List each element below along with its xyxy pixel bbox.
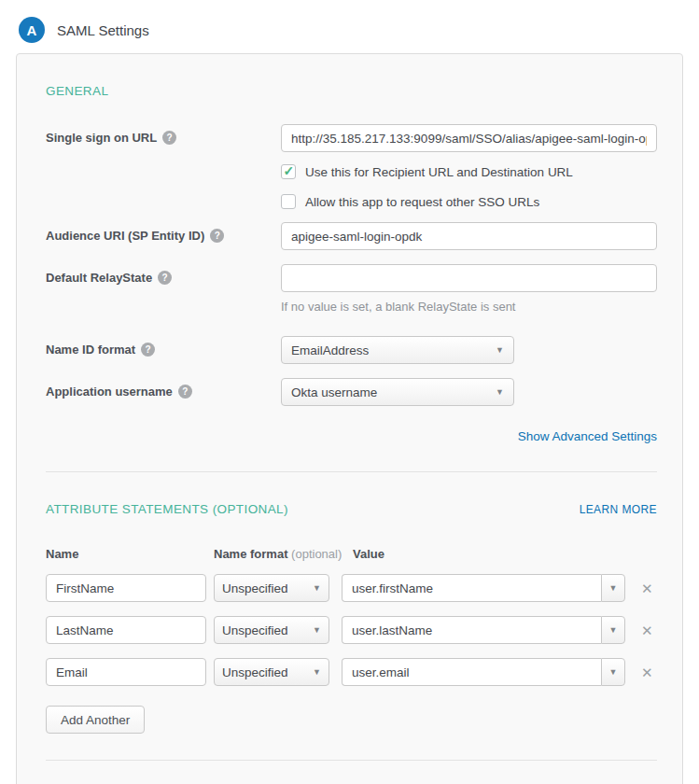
name-id-format-row: Name ID format? EmailAddress ▼ [46, 336, 657, 364]
attr-name-input[interactable] [46, 574, 206, 602]
chevron-down-icon: ▼ [609, 667, 618, 677]
app-username-label: Application username? [46, 378, 281, 399]
attribute-column-headers: Name Name format (optional) Value [46, 547, 657, 561]
column-header-name-format: Name format (optional) [214, 547, 353, 561]
attr-name-input[interactable] [46, 616, 206, 644]
chevron-down-icon: ▼ [313, 625, 321, 635]
audience-uri-row: Audience URI (SP Entity ID)? [46, 222, 657, 250]
attr-value-dropdown-button[interactable]: ▼ [601, 616, 625, 644]
show-advanced-settings-link[interactable]: Show Advanced Settings [518, 429, 657, 443]
other-sso-checkbox-label: Allow this app to request other SSO URLs [305, 195, 539, 209]
chevron-down-icon: ▼ [609, 583, 618, 593]
attribute-statements-section-title: ATTRIBUTE STATEMENTS (OPTIONAL) [46, 502, 288, 516]
remove-attribute-button[interactable]: ✕ [641, 665, 653, 679]
attr-value-input[interactable] [342, 658, 601, 686]
chevron-down-icon: ▼ [313, 583, 321, 593]
chevron-down-icon: ▼ [313, 667, 321, 677]
general-section-title: GENERAL [46, 84, 657, 98]
recipient-checkbox-row: Use this for Recipient URL and Destinati… [46, 164, 657, 179]
remove-attribute-button[interactable]: ✕ [641, 581, 653, 595]
recipient-url-checkbox-label: Use this for Recipient URL and Destinati… [305, 165, 573, 179]
sso-url-row: Single sign on URL? [46, 124, 657, 152]
attr-format-select[interactable]: Unspecified ▼ [214, 574, 329, 602]
attribute-row-firstname: Unspecified ▼ ▼ ✕ [46, 574, 657, 602]
name-id-format-selected-value: EmailAddress [291, 343, 369, 357]
saml-settings-panel: GENERAL Single sign on URL? Use this for… [16, 53, 683, 784]
recipient-url-checkbox[interactable] [281, 164, 296, 179]
section-divider [46, 471, 657, 472]
remove-attribute-button[interactable]: ✕ [641, 623, 653, 637]
learn-more-link[interactable]: LEARN MORE [580, 503, 657, 516]
audience-uri-label: Audience URI (SP Entity ID)? [46, 222, 281, 243]
sso-url-input[interactable] [281, 124, 657, 152]
relay-state-row: Default RelayState? If no value is set, … [46, 264, 657, 314]
audience-uri-help-icon[interactable]: ? [210, 229, 224, 243]
step-a-badge: A [19, 17, 45, 43]
attribute-row-lastname: Unspecified ▼ ▼ ✕ [46, 616, 657, 644]
app-username-select[interactable]: Okta username ▼ [281, 378, 514, 406]
audience-uri-input[interactable] [281, 222, 657, 250]
column-header-name: Name [46, 547, 214, 561]
app-username-help-icon[interactable]: ? [178, 385, 192, 399]
relay-state-help-icon[interactable]: ? [158, 271, 172, 285]
attr-value-input[interactable] [342, 616, 601, 644]
bottom-divider [46, 760, 657, 761]
sso-url-label: Single sign on URL? [46, 124, 281, 145]
sso-url-help-icon[interactable]: ? [162, 131, 176, 145]
relay-state-helper-text: If no value is set, a blank RelayState i… [281, 300, 657, 314]
attr-value-input[interactable] [342, 574, 601, 602]
chevron-down-icon: ▼ [609, 625, 618, 635]
page-title: SAML Settings [57, 22, 149, 38]
attr-format-select[interactable]: Unspecified ▼ [214, 616, 329, 644]
name-id-format-label: Name ID format? [46, 336, 281, 357]
other-sso-checkbox-row: Allow this app to request other SSO URLs [46, 194, 657, 209]
app-username-row: Application username? Okta username ▼ [46, 378, 657, 406]
add-another-button[interactable]: Add Another [46, 706, 145, 734]
relay-state-input[interactable] [281, 264, 657, 292]
name-id-format-help-icon[interactable]: ? [141, 343, 155, 357]
attr-value-dropdown-button[interactable]: ▼ [601, 658, 625, 686]
app-username-selected-value: Okta username [291, 385, 377, 399]
attr-format-select[interactable]: Unspecified ▼ [214, 658, 329, 686]
attr-name-input[interactable] [46, 658, 206, 686]
other-sso-checkbox[interactable] [281, 194, 296, 209]
saml-settings-header: A SAML Settings [0, 0, 699, 43]
attr-value-dropdown-button[interactable]: ▼ [601, 574, 625, 602]
attribute-row-email: Unspecified ▼ ▼ ✕ [46, 658, 657, 686]
column-header-value: Value [353, 547, 384, 561]
chevron-down-icon: ▼ [496, 345, 504, 355]
name-id-format-select[interactable]: EmailAddress ▼ [281, 336, 514, 364]
chevron-down-icon: ▼ [496, 387, 504, 397]
relay-state-label: Default RelayState? [46, 264, 281, 285]
